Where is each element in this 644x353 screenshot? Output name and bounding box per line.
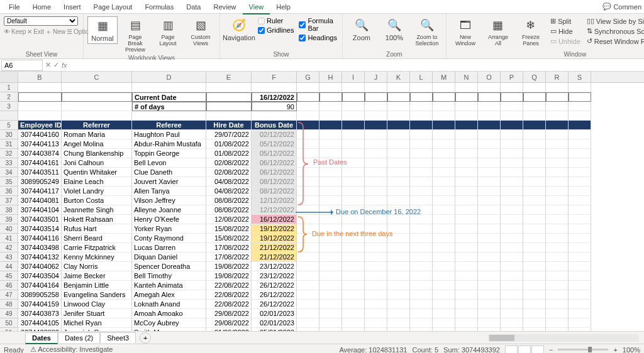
cell[interactable]: [410, 187, 433, 196]
row-header-1[interactable]: 1: [0, 83, 18, 92]
cell[interactable]: [478, 205, 501, 215]
cell[interactable]: [410, 111, 433, 121]
cell[interactable]: [569, 149, 591, 158]
cell[interactable]: [387, 271, 410, 281]
cell[interactable]: [501, 224, 523, 234]
row-header-38[interactable]: 38: [0, 205, 18, 215]
cell[interactable]: [478, 92, 501, 102]
cell[interactable]: 16/12/2022: [252, 215, 297, 224]
cell[interactable]: [319, 187, 342, 196]
cell[interactable]: [433, 281, 455, 290]
cell[interactable]: [546, 281, 569, 290]
cell[interactable]: Diquan Daniel: [132, 253, 206, 262]
cell[interactable]: [478, 309, 501, 318]
cell[interactable]: [365, 253, 387, 262]
cell[interactable]: 02/01/2023: [252, 309, 297, 318]
cell[interactable]: [501, 262, 523, 271]
cell[interactable]: [252, 83, 297, 92]
cell[interactable]: [319, 215, 342, 224]
row-header-3[interactable]: 3: [0, 102, 18, 111]
cell[interactable]: [342, 243, 365, 253]
cell[interactable]: [387, 158, 410, 168]
cell[interactable]: [433, 309, 455, 318]
cell[interactable]: [501, 149, 523, 158]
cell[interactable]: 05/12/2022: [252, 139, 297, 149]
cell[interactable]: [410, 271, 433, 281]
cell[interactable]: [342, 300, 365, 309]
cell[interactable]: [297, 328, 319, 331]
cell[interactable]: [62, 92, 132, 102]
horizontal-scrollbar[interactable]: [488, 334, 639, 342]
cell[interactable]: [501, 309, 523, 318]
cell[interactable]: [365, 83, 387, 92]
cell[interactable]: [342, 139, 365, 149]
enter-icon[interactable]: ✓: [53, 61, 59, 69]
cell[interactable]: [523, 177, 546, 187]
row-header-40[interactable]: 40: [0, 224, 18, 234]
cell[interactable]: 08/12/2022: [252, 187, 297, 196]
cell[interactable]: [297, 281, 319, 290]
navigation-button[interactable]: 🧭Navigation: [224, 16, 254, 43]
cell[interactable]: [455, 300, 478, 309]
sheet-tab-dates--2-[interactable]: Dates (2): [58, 332, 100, 343]
fx-icon[interactable]: fx: [62, 62, 67, 69]
cell[interactable]: 19/08/2022: [206, 262, 252, 271]
cell[interactable]: [569, 309, 591, 318]
zoom-100-button[interactable]: 🔍100%: [379, 16, 409, 43]
cell[interactable]: [546, 187, 569, 196]
row-header-30[interactable]: 30: [0, 130, 18, 139]
cell[interactable]: 3074404161: [18, 158, 62, 168]
cell[interactable]: 3074404117: [18, 187, 62, 196]
cell[interactable]: [297, 83, 319, 92]
cell[interactable]: [297, 300, 319, 309]
cell[interactable]: [387, 309, 410, 318]
cell[interactable]: [410, 300, 433, 309]
cell[interactable]: 17/08/2022: [206, 243, 252, 253]
cell[interactable]: [546, 271, 569, 281]
cell[interactable]: 22/08/2022: [206, 290, 252, 300]
cell[interactable]: [478, 158, 501, 168]
cell[interactable]: [387, 253, 410, 262]
cell[interactable]: [546, 318, 569, 328]
cell[interactable]: [433, 149, 455, 158]
cell[interactable]: [319, 300, 342, 309]
cell[interactable]: [433, 139, 455, 149]
cell[interactable]: Bell Timothy: [132, 271, 206, 281]
cell[interactable]: [410, 168, 433, 177]
cell[interactable]: [410, 224, 433, 234]
cell[interactable]: [455, 318, 478, 328]
row-header-44[interactable]: 44: [0, 262, 18, 271]
cell[interactable]: Bonus Date: [252, 121, 297, 130]
col-header-S[interactable]: S: [569, 72, 591, 82]
row-header-41[interactable]: 41: [0, 234, 18, 243]
cell[interactable]: [297, 290, 319, 300]
cell[interactable]: [478, 300, 501, 309]
cell[interactable]: 3074404081: [18, 196, 62, 205]
cell[interactable]: [478, 83, 501, 92]
cell[interactable]: [365, 196, 387, 205]
cell[interactable]: [569, 168, 591, 177]
ribbon-tab-file[interactable]: File: [3, 1, 26, 13]
cell[interactable]: 3074404062: [18, 262, 62, 271]
cell[interactable]: [455, 177, 478, 187]
cell[interactable]: [206, 111, 252, 121]
cell[interactable]: [546, 196, 569, 205]
view-side-button[interactable]: ▯▯ View Side by Side: [585, 16, 644, 26]
cell[interactable]: Lucas Darren: [132, 243, 206, 253]
cell[interactable]: [410, 177, 433, 187]
cell[interactable]: [433, 196, 455, 205]
cell[interactable]: [501, 243, 523, 253]
cell[interactable]: 16/12/2022: [252, 92, 297, 102]
ruler-checkbox[interactable]: Ruler: [257, 16, 295, 25]
cell[interactable]: 3074403514: [18, 224, 62, 234]
cell[interactable]: Rufus Hart: [62, 224, 132, 234]
cell[interactable]: [365, 309, 387, 318]
cell[interactable]: [569, 328, 591, 331]
zoom-selection-button[interactable]: 🔍Zoom to Selection: [412, 16, 442, 48]
cell[interactable]: [319, 328, 342, 331]
cell[interactable]: [387, 92, 410, 102]
cell[interactable]: [501, 130, 523, 139]
cell[interactable]: [433, 271, 455, 281]
cell[interactable]: Kenny Mckinney: [62, 253, 132, 262]
cell[interactable]: [546, 177, 569, 187]
